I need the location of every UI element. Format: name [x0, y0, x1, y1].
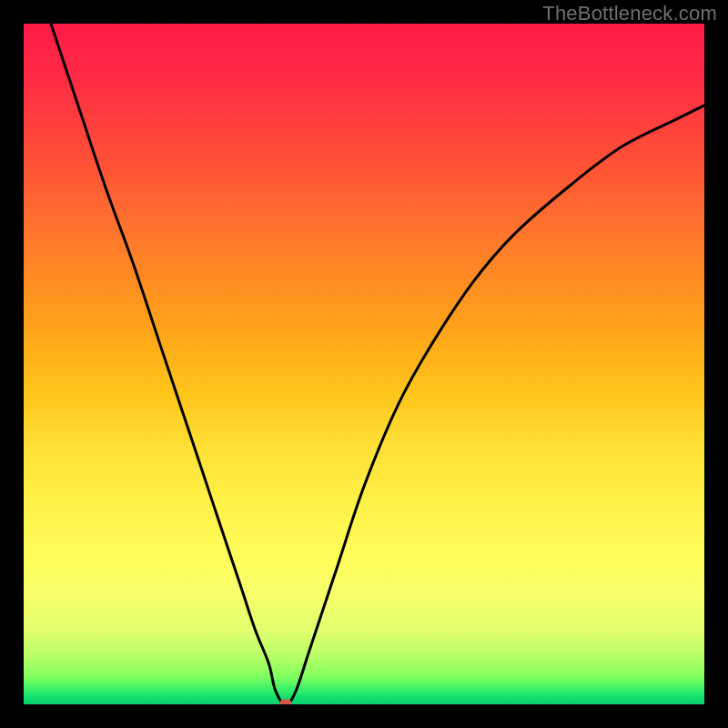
plot-area: [24, 24, 704, 704]
watermark-text: TheBottleneck.com: [542, 2, 717, 25]
bottleneck-curve: [51, 24, 704, 704]
current-point-marker: [279, 700, 292, 705]
curve-svg: [24, 24, 704, 704]
chart-frame: TheBottleneck.com: [0, 0, 728, 728]
